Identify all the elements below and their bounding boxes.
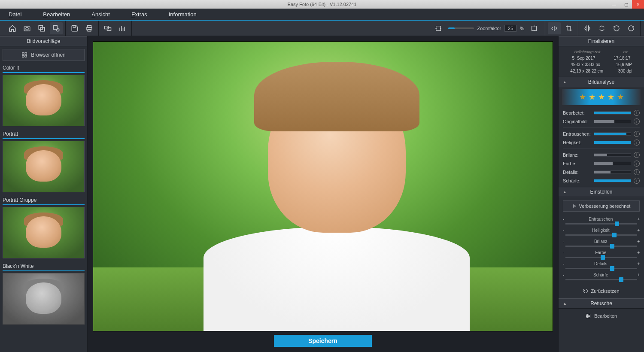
meta-dimensions: 4983 x 3333 px xyxy=(571,62,600,67)
analysis-bar xyxy=(594,132,631,136)
iso-label: Iso xyxy=(623,50,628,54)
flip-horizontal-icon[interactable] xyxy=(548,22,561,34)
slider-list: - Entrauschen + - Helligkeit + - Brilanz… xyxy=(559,215,644,284)
slider-label: Brilanz xyxy=(564,239,637,244)
analysis-header[interactable]: ▲Bildanalyse xyxy=(559,77,644,87)
menu-datei[interactable]: Datei xyxy=(9,11,21,18)
info-icon[interactable]: i xyxy=(634,161,640,167)
canvas-image[interactable] xyxy=(93,41,553,331)
info-icon[interactable]: i xyxy=(634,178,640,184)
flip-vertical-icon[interactable] xyxy=(595,22,608,34)
preset-title: Color It xyxy=(3,64,85,73)
menu-ansicht[interactable]: Ansicht xyxy=(91,11,110,18)
window-controls: — ▢ ✕ xyxy=(608,0,644,9)
svg-point-17 xyxy=(25,55,27,58)
close-button[interactable]: ✕ xyxy=(632,0,644,9)
save-icon[interactable] xyxy=(68,22,81,34)
retouch-label: Bearbeiten xyxy=(594,313,617,319)
home-button[interactable] xyxy=(6,22,19,34)
rotate-right-icon[interactable] xyxy=(625,22,638,34)
slider-plus[interactable]: + xyxy=(637,261,640,266)
menu-bearbeiten[interactable]: Bearbeiten xyxy=(43,11,70,18)
preset-item[interactable]: Porträt xyxy=(3,130,85,192)
crop-icon[interactable] xyxy=(562,22,575,34)
slider-row: - Details + xyxy=(563,261,640,272)
open-browser-button[interactable]: Browser öffnen xyxy=(3,49,85,61)
zoom-input[interactable] xyxy=(504,25,516,32)
camera-icon[interactable] xyxy=(21,22,33,34)
gear-stack-icon[interactable] xyxy=(50,22,63,34)
info-icon[interactable]: i xyxy=(634,169,640,175)
slider-track[interactable] xyxy=(565,223,637,225)
slider-track[interactable] xyxy=(565,234,637,236)
analysis-bar xyxy=(594,111,631,115)
histogram-icon[interactable] xyxy=(116,22,129,34)
star-icon: ★ xyxy=(617,92,624,102)
slider-label: Farbe xyxy=(564,250,637,255)
preset-thumbnail[interactable] xyxy=(3,75,85,126)
slider-track[interactable] xyxy=(565,279,637,280)
analysis-bar xyxy=(594,179,631,182)
svg-point-5 xyxy=(57,28,59,31)
retouch-edit-button[interactable]: Bearbeiten xyxy=(563,311,640,321)
preset-list: Color It Porträt Porträt Gruppe Black'n … xyxy=(0,64,87,352)
preset-item[interactable]: Black'n White xyxy=(3,262,85,325)
retouch-header[interactable]: ▲Retusche xyxy=(559,298,644,309)
slider-row: - Entrauschen + xyxy=(563,216,640,227)
save-button[interactable]: Speichern xyxy=(274,335,372,347)
svg-rect-14 xyxy=(22,53,24,55)
info-icon[interactable]: i xyxy=(634,118,640,124)
grid-icon xyxy=(586,313,591,319)
analysis-row: Details: i xyxy=(563,168,640,176)
stack-icon[interactable] xyxy=(35,22,48,34)
screens-icon[interactable] xyxy=(101,22,114,34)
slider-track[interactable] xyxy=(565,268,637,269)
info-icon[interactable]: i xyxy=(634,152,640,158)
browser-icon xyxy=(21,52,27,58)
rotate-left-icon[interactable] xyxy=(610,22,623,34)
slider-plus[interactable]: + xyxy=(637,250,640,255)
minimize-button[interactable]: — xyxy=(608,0,620,9)
slider-label: Helligkeit xyxy=(564,228,637,233)
star-icon: ★ xyxy=(579,92,586,102)
slider-label: Entrauschen xyxy=(564,217,637,222)
zoom-100-icon[interactable] xyxy=(528,22,541,34)
info-icon[interactable]: i xyxy=(634,110,640,116)
menubar: Datei Bearbeiten Ansicht Extras Informat… xyxy=(0,9,644,21)
slider-track[interactable] xyxy=(565,257,637,258)
slider-plus[interactable]: + xyxy=(637,228,640,233)
star-rating[interactable]: ★ ★ ★ ★ ★ xyxy=(562,89,641,105)
finalize-header[interactable]: Finalisieren xyxy=(559,36,644,46)
analysis-label: Details: xyxy=(563,170,591,175)
zoom-slider[interactable] xyxy=(448,27,474,29)
slider-row: - Brilanz + xyxy=(563,238,640,249)
menu-information[interactable]: Information xyxy=(169,11,197,18)
preset-thumbnail[interactable] xyxy=(3,141,85,192)
svg-rect-12 xyxy=(436,26,440,30)
star-icon: ★ xyxy=(598,92,605,102)
preset-item[interactable]: Color It xyxy=(3,64,85,126)
slider-plus[interactable]: + xyxy=(637,239,640,244)
sidebar-left: Bildvorschläge Browser öffnen Color It P… xyxy=(0,36,88,352)
slider-label: Details xyxy=(564,261,637,266)
preset-title: Black'n White xyxy=(3,262,85,271)
improve-label: Verbesserung berechnet xyxy=(579,203,631,209)
reset-button[interactable]: Zurücksetzen xyxy=(563,286,640,296)
info-icon[interactable]: i xyxy=(634,140,640,146)
print-icon[interactable] xyxy=(83,22,96,34)
zoom-fit-icon[interactable] xyxy=(432,22,445,34)
slider-plus[interactable]: + xyxy=(637,273,640,277)
preset-item[interactable]: Porträt Gruppe xyxy=(3,196,85,258)
analysis-bar xyxy=(594,141,631,144)
slider-plus[interactable]: + xyxy=(637,217,640,222)
maximize-button[interactable]: ▢ xyxy=(620,0,632,9)
preset-thumbnail[interactable] xyxy=(3,207,85,258)
mirror-icon[interactable] xyxy=(581,22,594,34)
preset-thumbnail[interactable] xyxy=(3,273,85,325)
slider-track[interactable] xyxy=(565,246,637,247)
menu-extras[interactable]: Extras xyxy=(131,11,147,18)
improve-button[interactable]: Verbesserung berechnet xyxy=(563,200,640,212)
adjust-header[interactable]: ▲Einstellen xyxy=(559,187,644,197)
collapse-icon: ▲ xyxy=(563,190,567,194)
info-icon[interactable]: i xyxy=(634,131,640,137)
